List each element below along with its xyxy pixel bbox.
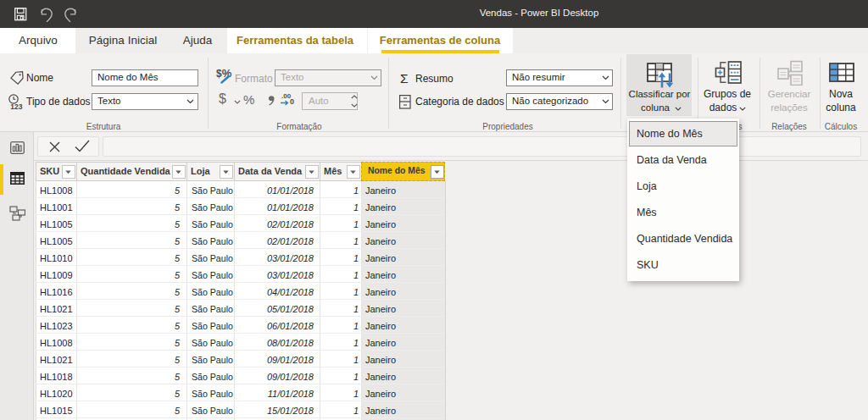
svg-text:123: 123 — [10, 102, 22, 111]
